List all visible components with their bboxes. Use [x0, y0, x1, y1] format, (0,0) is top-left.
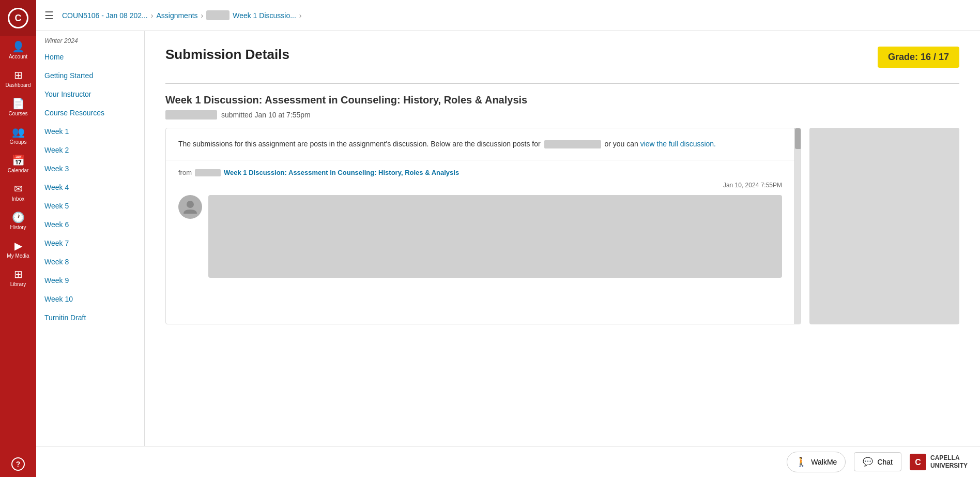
library-icon: ⊞ — [14, 269, 23, 279]
sidebar-item-help[interactable]: ? — [0, 451, 36, 477]
sidebar-label-groups: Groups — [10, 139, 27, 145]
submission-header: Submission Details Grade: 16 / 17 — [165, 47, 959, 68]
sidebar-label-library: Library — [10, 281, 26, 287]
breadcrumb-current — [206, 10, 229, 20]
svg-text:C: C — [915, 458, 921, 467]
sidebar-label-calendar: Calendar — [8, 168, 29, 173]
walkme-icon: 🚶 — [795, 456, 807, 468]
page-title: Submission Details — [165, 47, 289, 63]
courseroom-logo[interactable]: C — [0, 0, 36, 36]
my-media-icon: ▶ — [14, 241, 22, 251]
breadcrumb-sep-3: › — [299, 11, 302, 20]
sidebar-label-courses: Courses — [8, 111, 27, 116]
nav-item-week-6[interactable]: Week 6 — [36, 215, 144, 234]
discussion-box: The submissions for this assignment are … — [165, 128, 801, 324]
sidebar-label-account: Account — [9, 54, 27, 59]
sidebar-item-inbox[interactable]: ✉ Inbox — [0, 178, 36, 207]
submitted-text: submitted Jan 10 at 7:55pm — [221, 111, 311, 119]
history-icon: 🕐 — [12, 212, 25, 222]
nav-item-course-resources[interactable]: Course Resources — [36, 103, 144, 122]
nav-item-week-9[interactable]: Week 9 — [36, 271, 144, 290]
assignment-section: Week 1 Discussion: Assessment in Counsel… — [165, 83, 959, 324]
nav-item-week-8[interactable]: Week 8 — [36, 252, 144, 271]
calendar-icon: 📅 — [12, 155, 25, 166]
grade-badge: Grade: 16 / 17 — [878, 47, 959, 68]
username-redacted — [544, 140, 601, 148]
sidebar-item-account[interactable]: 👤 Account — [0, 36, 36, 65]
view-full-discussion-link[interactable]: view the full discussion. — [640, 140, 716, 148]
main-area: ☰ COUN5106 - Jan 08 202... › Assignments… — [36, 0, 980, 477]
from-label: from — [178, 169, 192, 176]
post-timestamp: Jan 10, 2024 7:55PM — [178, 182, 782, 189]
breadcrumb-course[interactable]: COUN5106 - Jan 08 202... — [62, 11, 148, 20]
discussion-layout: The submissions for this assignment are … — [165, 128, 959, 324]
avatar-icon — [182, 199, 198, 215]
nav-item-week-3[interactable]: Week 3 — [36, 159, 144, 178]
submitter-name-redacted — [165, 110, 217, 120]
topbar: ☰ COUN5106 - Jan 08 202... › Assignments… — [36, 0, 980, 31]
svg-point-0 — [187, 201, 194, 208]
scrollbar-thumb[interactable] — [795, 128, 801, 149]
discussion-post: from Week 1 Discussion: Assessment in Co… — [166, 160, 794, 286]
course-nav-season: Winter 2024 — [36, 31, 144, 48]
courses-icon: 📄 — [12, 98, 25, 109]
sidebar-item-history[interactable]: 🕐 History — [0, 207, 36, 235]
intro-text-2: or you can — [604, 140, 638, 148]
sidebar-label-dashboard: Dashboard — [6, 82, 31, 88]
post-discussion-link[interactable]: Week 1 Discussion: Assessment in Counsel… — [224, 169, 459, 176]
sidebar-item-dashboard[interactable]: ⊞ Dashboard — [0, 65, 36, 93]
chat-button[interactable]: 💬 Chat — [854, 452, 901, 471]
hamburger-menu[interactable]: ☰ — [44, 9, 54, 22]
walkme-button[interactable]: 🚶 WalkMe — [787, 452, 846, 472]
nav-item-week-1[interactable]: Week 1 — [36, 122, 144, 141]
nav-item-week-4[interactable]: Week 4 — [36, 178, 144, 197]
nav-item-week-7[interactable]: Week 7 — [36, 234, 144, 252]
intro-text-1: The submissions for this assignment are … — [178, 140, 541, 148]
post-content-redacted — [208, 195, 782, 278]
sidebar-label-my-media: My Media — [7, 253, 29, 259]
footer-bar: 🚶 WalkMe 💬 Chat C CAPELLA UNIVERSITY — [36, 446, 980, 477]
sidebar-item-library[interactable]: ⊞ Library — [0, 264, 36, 292]
sidebar-item-calendar[interactable]: 📅 Calendar — [0, 150, 36, 178]
help-icon: ? — [11, 457, 25, 471]
nav-item-turnitin-draft[interactable]: Turnitin Draft — [36, 308, 144, 327]
submitted-by: submitted Jan 10 at 7:55pm — [165, 110, 959, 120]
sidebar: C 👤 Account ⊞ Dashboard 📄 Courses 👥 Grou… — [0, 0, 36, 477]
nav-item-getting-started[interactable]: Getting Started — [36, 66, 144, 85]
course-nav: Winter 2024 Home Getting Started Your In… — [36, 31, 145, 446]
chat-label: Chat — [877, 458, 893, 466]
grade-label: Grade: — [888, 52, 918, 62]
groups-icon: 👥 — [12, 127, 25, 137]
breadcrumb-sep-2: › — [201, 11, 204, 20]
discussion-main: The submissions for this assignment are … — [166, 128, 794, 324]
sidebar-label-inbox: Inbox — [12, 196, 24, 202]
logo-icon: C — [8, 8, 28, 28]
post-avatar — [178, 195, 202, 219]
nav-item-week-2[interactable]: Week 2 — [36, 141, 144, 159]
breadcrumb-discussion[interactable]: Week 1 Discussio... — [233, 11, 296, 20]
inbox-icon: ✉ — [14, 184, 23, 194]
dashboard-icon: ⊞ — [14, 70, 23, 80]
capella-logo: C CAPELLA UNIVERSITY — [910, 454, 968, 470]
sidebar-item-groups[interactable]: 👥 Groups — [0, 122, 36, 150]
post-from-name-redacted — [195, 169, 221, 176]
content-wrapper: Winter 2024 Home Getting Started Your In… — [36, 31, 980, 446]
grade-value: 16 / 17 — [921, 52, 949, 62]
nav-item-your-instructor[interactable]: Your Instructor — [36, 85, 144, 103]
discussion-intro: The submissions for this assignment are … — [166, 128, 794, 160]
account-icon: 👤 — [12, 41, 25, 52]
nav-item-home[interactable]: Home — [36, 48, 144, 66]
breadcrumb-assignments[interactable]: Assignments — [156, 11, 197, 20]
discussion-scrollbar[interactable] — [794, 128, 801, 324]
right-panel — [809, 128, 959, 324]
sidebar-item-my-media[interactable]: ▶ My Media — [0, 235, 36, 264]
chat-icon: 💬 — [863, 457, 873, 467]
submission-area: Submission Details Grade: 16 / 17 Week 1… — [145, 31, 980, 446]
breadcrumb-sep-1: › — [151, 11, 154, 20]
sidebar-label-history: History — [10, 225, 26, 230]
nav-item-week-5[interactable]: Week 5 — [36, 197, 144, 215]
sidebar-item-courses[interactable]: 📄 Courses — [0, 93, 36, 122]
post-from-row: from Week 1 Discussion: Assessment in Co… — [178, 169, 782, 176]
nav-item-week-10[interactable]: Week 10 — [36, 290, 144, 308]
capella-logo-icon: C — [910, 454, 926, 470]
